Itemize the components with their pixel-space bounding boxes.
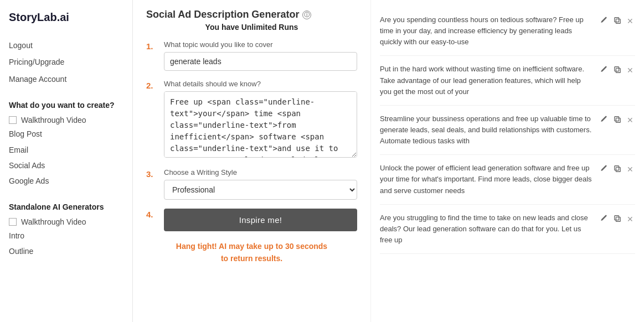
- hang-tight-message: Hang tight! AI may take up to 30 seconds…: [146, 240, 357, 265]
- delete-result-button[interactable]: ✕: [625, 164, 635, 174]
- sidebar-item-blog-post[interactable]: Blog Post: [9, 126, 123, 142]
- result-actions: ✕: [599, 163, 635, 175]
- form-step-1: 1. What topic would you like to cover: [146, 40, 357, 71]
- svg-rect-9: [615, 215, 619, 220]
- step-3-content: Choose a Writing Style Professional Casu…: [164, 168, 357, 200]
- walkthrough-standalone-label: Walkthrough Video: [21, 217, 86, 226]
- svg-rect-3: [615, 67, 619, 71]
- edit-result-button[interactable]: [599, 164, 610, 175]
- sidebar-item-walkthrough-standalone[interactable]: Walkthrough Video: [9, 216, 123, 228]
- copy-result-button[interactable]: [612, 115, 623, 126]
- sidebar-item-logout[interactable]: Logout: [9, 37, 123, 54]
- svg-rect-7: [615, 166, 619, 170]
- result-actions: ✕: [599, 113, 635, 126]
- sidebar-item-intro[interactable]: Intro: [9, 228, 123, 243]
- topic-input[interactable]: [164, 52, 357, 71]
- walkthrough-create-label: Walkthrough Video: [21, 116, 86, 124]
- walkthrough-standalone-checkbox[interactable]: [9, 218, 17, 226]
- result-actions: ✕: [599, 212, 635, 225]
- details-textarea[interactable]: Free up <span class="underline-text">you…: [164, 91, 357, 158]
- step-2-number: 2.: [146, 80, 157, 90]
- result-item: Streamline your bussiness operations and…: [380, 106, 635, 155]
- result-text: Put in the hard work without wasting tim…: [380, 64, 592, 97]
- sidebar-item-social-ads[interactable]: Social Ads: [9, 158, 123, 173]
- main-content: Social Ad Description Generator ⓘ You ha…: [133, 0, 644, 322]
- create-section-title: What do you want to create?: [9, 101, 123, 110]
- sidebar-item-outline[interactable]: Outline: [9, 243, 123, 259]
- edit-result-button[interactable]: [599, 15, 610, 27]
- copy-result-button[interactable]: [612, 65, 623, 76]
- copy-result-button[interactable]: [612, 214, 623, 225]
- delete-result-button[interactable]: ✕: [625, 65, 635, 75]
- sidebar-item-google-ads[interactable]: Google Ads: [9, 173, 123, 189]
- sidebar-nav: Logout Pricing/Upgrade Manage Account: [9, 37, 123, 87]
- result-item: Are you spending countless hours on tedi…: [380, 7, 635, 56]
- delete-result-button[interactable]: ✕: [625, 115, 635, 125]
- form-step-2: 2. What details should we know? Free up …: [146, 80, 357, 159]
- page-title: Social Ad Description Generator: [146, 9, 299, 20]
- step-2-label: What details should we know?: [164, 80, 357, 88]
- edit-result-button[interactable]: [599, 65, 610, 76]
- sidebar-item-pricing[interactable]: Pricing/Upgrade: [9, 54, 123, 70]
- result-item: Are you struggling to find the time to t…: [380, 205, 635, 254]
- info-icon[interactable]: ⓘ: [302, 11, 311, 19]
- sidebar-item-walkthrough-create[interactable]: Walkthrough Video: [9, 114, 123, 126]
- delete-result-button[interactable]: ✕: [625, 214, 635, 224]
- form-step-4: 4. Inspire me!: [146, 209, 357, 231]
- svg-rect-0: [616, 19, 620, 23]
- delete-result-button[interactable]: ✕: [625, 16, 635, 26]
- result-text: Are you spending countless hours on tedi…: [380, 14, 592, 48]
- step-3-number: 3.: [146, 168, 157, 179]
- step-4-content: Inspire me!: [164, 209, 357, 231]
- copy-result-button[interactable]: [612, 15, 623, 27]
- form-section: Social Ad Description Generator ⓘ You ha…: [133, 0, 371, 322]
- result-text: Are you struggling to find the time to t…: [380, 212, 592, 246]
- svg-rect-4: [616, 118, 620, 122]
- result-text: Unlock the power of efficient lead gener…: [380, 163, 592, 196]
- result-item: Put in the hard work without wasting tim…: [380, 56, 635, 105]
- form-step-3: 3. Choose a Writing Style Professional C…: [146, 168, 357, 200]
- svg-rect-8: [616, 217, 620, 221]
- content-area: Social Ad Description Generator ⓘ You ha…: [133, 0, 644, 322]
- result-text: Streamline your bussiness operations and…: [380, 113, 592, 147]
- step-1-content: What topic would you like to cover: [164, 40, 357, 71]
- svg-rect-6: [616, 168, 620, 172]
- result-item: Unlock the power of efficient lead gener…: [380, 155, 635, 204]
- step-1-label: What topic would you like to cover: [164, 40, 357, 49]
- edit-result-button[interactable]: [599, 115, 610, 126]
- svg-rect-1: [615, 18, 619, 22]
- logo: StoryLab.ai: [9, 11, 123, 24]
- writing-style-select[interactable]: Professional Casual Formal Humorous: [164, 180, 357, 200]
- svg-rect-2: [616, 69, 620, 73]
- step-4-number: 4.: [146, 209, 157, 219]
- standalone-section-title: Standalone AI Generators: [9, 202, 123, 211]
- svg-rect-5: [615, 117, 619, 121]
- copy-result-button[interactable]: [612, 164, 623, 175]
- step-1-number: 1.: [146, 40, 157, 51]
- step-3-label: Choose a Writing Style: [164, 168, 357, 176]
- edit-result-button[interactable]: [599, 214, 610, 225]
- result-actions: ✕: [599, 64, 635, 76]
- sidebar: StoryLab.ai Logout Pricing/Upgrade Manag…: [0, 0, 133, 322]
- inspire-button[interactable]: Inspire me!: [164, 209, 357, 231]
- sidebar-item-manage-account[interactable]: Manage Account: [9, 71, 123, 87]
- step-2-content: What details should we know? Free up <sp…: [164, 80, 357, 159]
- unlimited-runs-label: You have Unlimited Runs: [146, 23, 357, 32]
- results-section: Are you spending countless hours on tedi…: [371, 0, 644, 322]
- page-title-container: Social Ad Description Generator ⓘ: [146, 9, 357, 20]
- result-actions: ✕: [599, 14, 635, 27]
- walkthrough-create-checkbox[interactable]: [9, 116, 17, 124]
- sidebar-item-email[interactable]: Email: [9, 142, 123, 158]
